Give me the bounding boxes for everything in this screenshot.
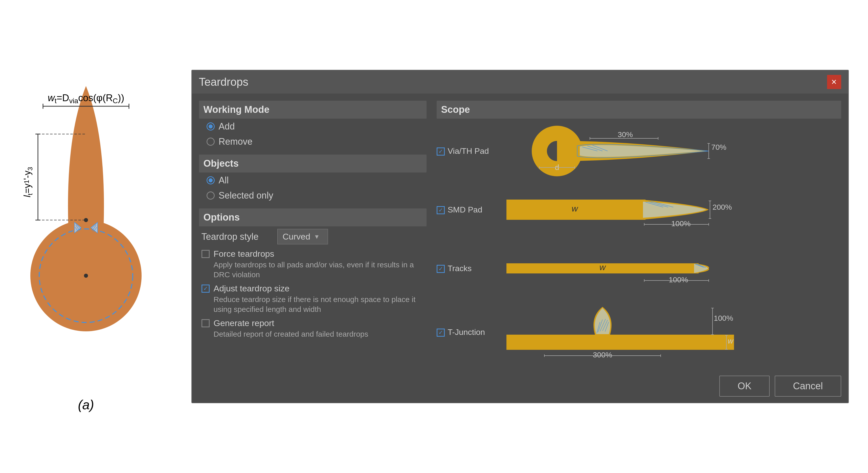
ok-button[interactable]: OK [719,376,770,396]
adjust-teardrop-text: Adjust teardrop size Reduce teardrop siz… [214,284,424,314]
svg-text:70%: 70% [711,143,726,151]
svg-rect-58 [506,335,734,350]
via-illustration: 30% 70% d [501,126,744,176]
radio-selected-label: Selected only [219,190,273,201]
via-label: Via/TH Pad [448,146,489,156]
dropdown-arrow-icon: ▼ [314,233,320,240]
force-teardrops-item: Force teardrops Apply teardrops to all p… [199,247,427,282]
teardrop-style-value: Curved [283,232,310,242]
adjust-teardrop-desc: Reduce teardrop size if there is not eno… [214,294,424,314]
radio-add-label: Add [219,121,235,132]
working-mode-section: Working Mode Add Remove [199,101,427,149]
objects-radio-group: All Selected only [199,173,427,203]
radio-selected-only[interactable]: Selected only [207,190,419,201]
svg-text:100%: 100% [669,275,688,284]
svg-text:lt=y1'-y3: lt=y1'-y3 [23,167,34,197]
teardrop-style-label: Teardrop style [202,231,272,242]
dialog-left-column: Working Mode Add Remove Object [199,101,427,363]
adjust-teardrop-checkbox[interactable] [202,285,210,293]
scope-row-via: Via/TH Pad [437,125,841,177]
tjunction-label-check: T-Junction [437,328,497,337]
options-section: Options Teardrop style Curved ▼ Force te… [199,208,427,341]
generate-report-desc: Detailed report of created and failed te… [214,329,368,339]
force-teardrops-label: Force teardrops [214,249,424,259]
via-label-check: Via/TH Pad [437,146,497,156]
tjunction-checkbox[interactable] [437,329,445,337]
adjust-teardrop-label: Adjust teardrop size [214,284,424,293]
smd-illustration: 200% w 100% [501,184,744,235]
via-checkbox[interactable] [437,147,445,155]
diagram-label: (a) [78,397,94,412]
svg-point-3 [84,274,88,278]
svg-text:30%: 30% [617,130,632,139]
generate-report-checkbox[interactable] [202,319,210,327]
scope-row-smd: SMD Pad 200% [437,183,841,236]
teardrop-style-row: Teardrop style Curved ▼ [199,226,427,247]
tracks-label: Tracks [448,264,472,273]
radio-selected-circle [207,191,215,200]
objects-header: Objects [199,154,427,173]
tjunction-illustration: 100% w 300% [501,302,744,362]
dialog-right-column: Scope Via/TH Pad [437,101,841,363]
working-mode-header: Working Mode [199,101,427,119]
svg-text:w: w [571,204,578,213]
dialog-body: Working Mode Add Remove Object [192,94,848,371]
force-teardrops-checkbox[interactable] [202,250,210,258]
left-panel: wt=Dviacos(φ(RC)) lt=y1'-y3 (a) [0,0,172,473]
radio-add-circle [207,122,215,130]
tracks-illustration: w 100% [501,243,744,294]
radio-all-label: All [219,175,229,186]
radio-all[interactable]: All [207,175,419,186]
cancel-button[interactable]: Cancel [775,376,841,396]
scope-row-tracks: Tracks w 100% [437,242,841,295]
svg-text:w: w [728,337,734,345]
dialog-title: Teardrops [199,76,249,88]
generate-report-label: Generate report [214,318,368,328]
diagram-container: wt=Dviacos(φ(RC)) lt=y1'-y3 (a) [15,59,157,414]
radio-remove-label: Remove [219,136,253,147]
right-panel: Teardrops × Working Mode Add [172,0,868,473]
smd-checkbox[interactable] [437,206,445,214]
smd-label-check: SMD Pad [437,205,497,214]
dialog-titlebar: Teardrops × [192,70,848,94]
svg-text:200%: 200% [713,203,732,211]
force-teardrops-text: Force teardrops Apply teardrops to all p… [214,249,424,279]
adjust-teardrop-item: Adjust teardrop size Reduce teardrop siz… [199,282,427,316]
scope-header: Scope [437,101,841,119]
generate-report-item: Generate report Detailed report of creat… [199,316,427,341]
tracks-label-check: Tracks [437,264,497,273]
teardrop-style-dropdown[interactable]: Curved ▼ [277,229,328,244]
svg-text:100%: 100% [671,219,690,228]
teardrop-diagram: wt=Dviacos(φ(RC)) lt=y1'-y3 [23,61,149,389]
svg-text:100%: 100% [714,314,733,322]
radio-remove-circle [207,138,215,146]
radio-add[interactable]: Add [207,121,419,132]
svg-text:wt=Dviacos(φ(RC)): wt=Dviacos(φ(RC)) [48,93,124,105]
force-teardrops-desc: Apply teardrops to all pads and/or vias,… [214,260,424,279]
close-button[interactable]: × [827,75,841,89]
teardrops-dialog: Teardrops × Working Mode Add [191,70,849,403]
scope-row-tjunction: T-Junction [437,301,841,363]
options-header: Options [199,208,427,226]
svg-text:300%: 300% [593,351,612,359]
working-mode-radio-group: Add Remove [199,119,427,149]
smd-label: SMD Pad [448,205,483,214]
radio-remove[interactable]: Remove [207,136,419,147]
radio-all-circle [207,176,215,184]
objects-section: Objects All Selected only [199,154,427,203]
svg-text:w: w [599,262,606,272]
generate-report-text: Generate report Detailed report of creat… [214,318,368,339]
dialog-footer: OK Cancel [192,371,848,403]
tracks-checkbox[interactable] [437,265,445,273]
tjunction-label: T-Junction [448,328,485,337]
